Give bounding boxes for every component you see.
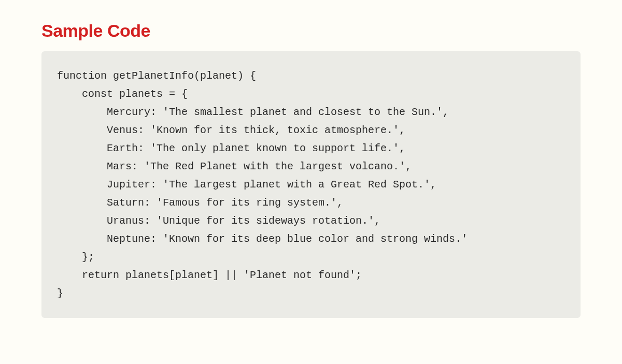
section-heading: Sample Code — [41, 21, 581, 41]
code-block: function getPlanetInfo(planet) { const p… — [41, 51, 581, 318]
